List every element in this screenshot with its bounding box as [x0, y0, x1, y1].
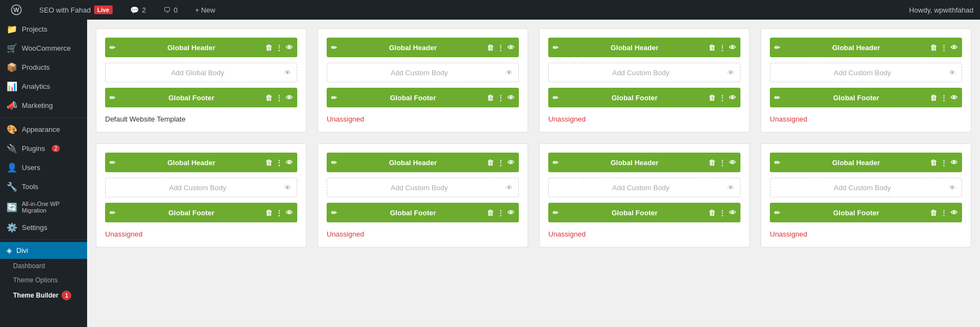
sidebar-item-appearance[interactable]: 🎨 Appearance	[0, 120, 87, 139]
body-eye-icon[interactable]: 👁	[284, 69, 291, 77]
dots-icon[interactable]: ⋮	[275, 44, 283, 52]
footer-bar-1-2[interactable]: ✏ Global Footer 🗑 ⋮ 👁	[548, 203, 740, 222]
footer-pencil-icon[interactable]: ✏	[109, 209, 115, 217]
trash-icon[interactable]: 🗑	[708, 44, 715, 52]
sidebar-item-users[interactable]: 👤 Users	[0, 158, 87, 177]
footer-bar-0-2[interactable]: ✏ Global Footer 🗑 ⋮ 👁	[548, 88, 740, 107]
body-row-1-0[interactable]: Add Custom Body 👁	[105, 178, 297, 197]
eye-icon[interactable]: 👁	[286, 44, 293, 52]
footer-dots-icon[interactable]: ⋮	[719, 94, 726, 102]
pencil-icon[interactable]: ✏	[553, 44, 559, 52]
footer-dots-icon[interactable]: ⋮	[497, 94, 504, 102]
footer-pencil-icon[interactable]: ✏	[553, 209, 559, 217]
pencil-icon[interactable]: ✏	[774, 159, 780, 167]
dots-icon[interactable]: ⋮	[275, 159, 283, 167]
pencil-icon[interactable]: ✏	[331, 159, 337, 167]
pencil-icon[interactable]: ✏	[553, 159, 559, 167]
footer-trash-icon[interactable]: 🗑	[265, 209, 272, 217]
sidebar-item-divi[interactable]: ◈ Divi	[0, 242, 87, 259]
footer-eye-icon[interactable]: 👁	[951, 94, 958, 102]
trash-icon[interactable]: 🗑	[930, 44, 937, 52]
sidebar-sub-theme-builder[interactable]: Theme Builder 1	[0, 287, 87, 304]
adminbar-zero[interactable]: 🗨 0	[159, 0, 182, 20]
sidebar-item-tools[interactable]: 🔧 Tools	[0, 177, 87, 196]
footer-dots-icon[interactable]: ⋮	[719, 209, 726, 217]
sidebar-item-analytics[interactable]: 📊 Analytics	[0, 77, 87, 96]
footer-bar-1-1[interactable]: ✏ Global Footer 🗑 ⋮ 👁	[327, 203, 519, 222]
footer-eye-icon[interactable]: 👁	[507, 209, 514, 217]
footer-dots-icon[interactable]: ⋮	[275, 94, 283, 102]
header-bar-0-1[interactable]: ✏ Global Header 🗑 ⋮ 👁	[327, 38, 519, 57]
sidebar-sub-theme-options[interactable]: Theme Options	[0, 273, 87, 287]
sidebar-item-products[interactable]: 📦 Products	[0, 58, 87, 77]
body-row-0-0[interactable]: Add Global Body 👁	[105, 63, 297, 82]
eye-icon[interactable]: 👁	[951, 159, 958, 167]
trash-icon[interactable]: 🗑	[265, 159, 272, 167]
sidebar-item-marketing[interactable]: 📣 Marketing	[0, 96, 87, 115]
trash-icon[interactable]: 🗑	[930, 159, 937, 167]
footer-trash-icon[interactable]: 🗑	[930, 94, 937, 102]
adminbar-comments[interactable]: 💬 2	[126, 0, 150, 20]
body-eye-icon[interactable]: 👁	[727, 69, 734, 77]
sidebar-item-projects[interactable]: 📁 Projects	[0, 20, 87, 39]
footer-pencil-icon[interactable]: ✏	[774, 94, 780, 102]
body-eye-icon[interactable]: 👁	[727, 184, 734, 192]
adminbar-site-name[interactable]: SEO with Fahad Live	[35, 0, 117, 20]
eye-icon[interactable]: 👁	[729, 44, 736, 52]
adminbar-wp-logo[interactable]: W	[7, 0, 26, 20]
footer-eye-icon[interactable]: 👁	[729, 209, 736, 217]
pencil-icon[interactable]: ✏	[109, 159, 115, 167]
footer-trash-icon[interactable]: 🗑	[265, 94, 272, 102]
header-bar-0-3[interactable]: ✏ Global Header 🗑 ⋮ 👁	[770, 38, 962, 57]
pencil-icon[interactable]: ✏	[109, 44, 115, 52]
sidebar-item-settings[interactable]: ⚙️ Settings	[0, 218, 87, 237]
footer-eye-icon[interactable]: 👁	[286, 94, 293, 102]
footer-pencil-icon[interactable]: ✏	[774, 209, 780, 217]
trash-icon[interactable]: 🗑	[487, 159, 494, 167]
header-bar-1-2[interactable]: ✏ Global Header 🗑 ⋮ 👁	[548, 153, 740, 172]
sidebar-item-woocommerce[interactable]: 🛒 WooCommerce	[0, 39, 87, 58]
dots-icon[interactable]: ⋮	[719, 44, 726, 52]
footer-eye-icon[interactable]: 👁	[951, 209, 958, 217]
eye-icon[interactable]: 👁	[286, 159, 293, 167]
footer-pencil-icon[interactable]: ✏	[109, 94, 115, 102]
eye-icon[interactable]: 👁	[729, 159, 736, 167]
body-row-1-3[interactable]: Add Custom Body 👁	[770, 178, 962, 197]
sidebar-item-plugins[interactable]: 🔌 Plugins 2	[0, 139, 87, 158]
footer-bar-1-3[interactable]: ✏ Global Footer 🗑 ⋮ 👁	[770, 203, 962, 222]
pencil-icon[interactable]: ✏	[331, 44, 337, 52]
dots-icon[interactable]: ⋮	[497, 159, 504, 167]
body-row-0-1[interactable]: Add Custom Body 👁	[327, 63, 519, 82]
trash-icon[interactable]: 🗑	[265, 44, 272, 52]
body-eye-icon[interactable]: 👁	[506, 184, 513, 192]
header-bar-0-0[interactable]: ✏ Global Header 🗑 ⋮ 👁	[105, 38, 297, 57]
dots-icon[interactable]: ⋮	[497, 44, 504, 52]
footer-bar-1-0[interactable]: ✏ Global Footer 🗑 ⋮ 👁	[105, 203, 297, 222]
footer-pencil-icon[interactable]: ✏	[331, 94, 337, 102]
body-row-0-3[interactable]: Add Custom Body 👁	[770, 63, 962, 82]
body-eye-icon[interactable]: 👁	[949, 69, 956, 77]
footer-trash-icon[interactable]: 🗑	[487, 94, 494, 102]
footer-trash-icon[interactable]: 🗑	[930, 209, 937, 217]
footer-dots-icon[interactable]: ⋮	[275, 209, 283, 217]
eye-icon[interactable]: 👁	[507, 159, 514, 167]
body-eye-icon[interactable]: 👁	[284, 184, 291, 192]
dots-icon[interactable]: ⋮	[940, 44, 947, 52]
header-bar-1-0[interactable]: ✏ Global Header 🗑 ⋮ 👁	[105, 153, 297, 172]
pencil-icon[interactable]: ✏	[774, 44, 780, 52]
footer-pencil-icon[interactable]: ✏	[331, 209, 337, 217]
dots-icon[interactable]: ⋮	[719, 159, 726, 167]
eye-icon[interactable]: 👁	[507, 44, 514, 52]
eye-icon[interactable]: 👁	[951, 44, 958, 52]
footer-trash-icon[interactable]: 🗑	[708, 94, 715, 102]
body-eye-icon[interactable]: 👁	[949, 184, 956, 192]
body-row-0-2[interactable]: Add Custom Body 👁	[548, 63, 740, 82]
header-bar-1-1[interactable]: ✏ Global Header 🗑 ⋮ 👁	[327, 153, 519, 172]
body-row-1-1[interactable]: Add Custom Body 👁	[327, 178, 519, 197]
footer-dots-icon[interactable]: ⋮	[497, 209, 504, 217]
footer-eye-icon[interactable]: 👁	[286, 209, 293, 217]
footer-eye-icon[interactable]: 👁	[507, 94, 514, 102]
sidebar-item-all-in-one[interactable]: 🔄 All-in-One WP Migration	[0, 196, 87, 218]
footer-trash-icon[interactable]: 🗑	[708, 209, 715, 217]
body-eye-icon[interactable]: 👁	[506, 69, 513, 77]
